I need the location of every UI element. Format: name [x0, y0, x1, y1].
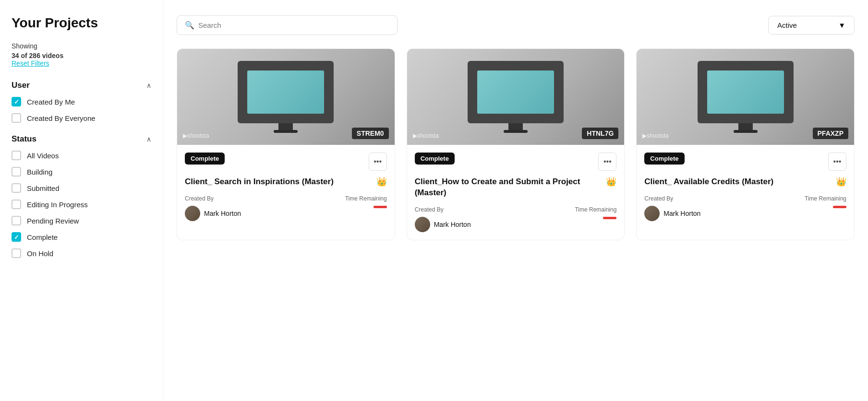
- card-title-0: Client_ Search in Inspirations (Master): [185, 177, 334, 188]
- time-remaining-label-0: Time Remaining: [345, 195, 387, 202]
- label-created-by-everyone: Created By Everyone: [27, 114, 96, 122]
- crown-icon-2: 👑: [836, 177, 846, 187]
- status-filter-building[interactable]: Building: [12, 167, 151, 177]
- status-badge-0: Complete: [185, 153, 225, 165]
- status-filter-on-hold[interactable]: On Hold: [12, 248, 151, 258]
- label-pending-review: Pending Review: [27, 217, 79, 225]
- status-filter-submitted[interactable]: Submitted: [12, 183, 151, 193]
- created-by-label-1: Created By: [415, 206, 471, 213]
- card-thumbnail-2: ▶shootsta PFAXZP: [637, 49, 854, 145]
- label-all-videos: All Videos: [27, 152, 59, 160]
- status-filter-section: Status ∧ All Videos Building Submitted E…: [12, 134, 151, 258]
- main-content: 🔍 Active ▼: [163, 0, 868, 401]
- checkbox-all-videos[interactable]: [12, 151, 21, 160]
- created-by-label-0: Created By: [185, 195, 241, 202]
- label-complete: Complete: [27, 233, 58, 241]
- card-title-1: Client_How to Create and Submit a Projec…: [415, 177, 603, 199]
- card-code-1: HTNL7G: [582, 128, 618, 139]
- status-section-title: Status: [12, 134, 36, 144]
- created-by-label-2: Created By: [644, 195, 700, 202]
- user-section-chevron[interactable]: ∧: [146, 82, 151, 89]
- more-options-button-1[interactable]: •••: [598, 153, 616, 171]
- checkbox-building[interactable]: [12, 167, 21, 177]
- more-options-button-0[interactable]: •••: [369, 153, 387, 171]
- avatar-1: [415, 217, 430, 232]
- project-card-1: ▶shootsta HTNL7G Complete ••• Client_How…: [407, 48, 625, 240]
- checkbox-editing-in-progress[interactable]: [12, 200, 21, 209]
- page-title: Your Projects: [12, 15, 151, 31]
- status-section-chevron[interactable]: ∧: [146, 135, 151, 143]
- checkbox-pending-review[interactable]: [12, 216, 21, 225]
- status-dropdown[interactable]: Active ▼: [768, 16, 855, 35]
- showing-info: Showing 34 of 286 videos: [12, 42, 151, 59]
- creator-name-1: Mark Horton: [434, 221, 471, 228]
- card-code-2: PFAXZP: [813, 128, 848, 139]
- checkbox-complete[interactable]: [12, 232, 21, 242]
- status-dropdown-value: Active: [777, 21, 797, 29]
- time-remaining-bar-1: [603, 217, 616, 219]
- avatar-0: [185, 206, 200, 221]
- project-card-0: ▶shootsta STREM0 Complete ••• Client_ Se…: [177, 48, 395, 240]
- status-filter-editing[interactable]: Editing In Progress: [12, 200, 151, 209]
- time-remaining-bar-0: [374, 206, 387, 208]
- user-filter-created-by-me[interactable]: Created By Me: [12, 97, 151, 106]
- brand-logo-2: ▶shootsta: [642, 132, 668, 139]
- label-building: Building: [27, 168, 52, 176]
- search-icon: 🔍: [185, 21, 194, 30]
- user-section-title: User: [12, 81, 30, 90]
- project-card-2: ▶shootsta PFAXZP Complete ••• Client_ Av…: [636, 48, 855, 240]
- checkbox-on-hold[interactable]: [12, 248, 21, 258]
- search-box[interactable]: 🔍: [177, 15, 398, 35]
- user-filter-created-by-everyone[interactable]: Created By Everyone: [12, 113, 151, 123]
- card-thumbnail-1: ▶shootsta HTNL7G: [407, 49, 625, 145]
- status-filter-complete[interactable]: Complete: [12, 232, 151, 242]
- user-filter-section: User ∧ Created By Me Created By Everyone: [12, 81, 151, 123]
- checkbox-created-by-everyone[interactable]: [12, 113, 21, 123]
- sidebar: Your Projects Showing 34 of 286 videos R…: [0, 0, 163, 401]
- brand-logo-0: ▶shootsta: [183, 132, 209, 139]
- creator-name-2: Mark Horton: [663, 210, 700, 217]
- status-badge-2: Complete: [644, 153, 684, 165]
- label-editing-in-progress: Editing In Progress: [27, 200, 88, 209]
- status-filter-all-videos[interactable]: All Videos: [12, 151, 151, 160]
- search-input[interactable]: [198, 21, 389, 29]
- brand-logo-1: ▶shootsta: [413, 132, 439, 139]
- card-code-0: STREM0: [352, 128, 389, 139]
- more-options-button-2[interactable]: •••: [828, 153, 846, 171]
- crown-icon-1: 👑: [606, 177, 616, 187]
- status-filter-pending-review[interactable]: Pending Review: [12, 216, 151, 225]
- time-remaining-bar-2: [833, 206, 846, 208]
- crown-icon-0: 👑: [376, 177, 387, 187]
- label-submitted: Submitted: [27, 184, 60, 192]
- creator-name-0: Mark Horton: [204, 210, 241, 217]
- time-remaining-label-2: Time Remaining: [805, 195, 846, 202]
- label-on-hold: On Hold: [27, 249, 53, 258]
- cards-grid: ▶shootsta STREM0 Complete ••• Client_ Se…: [177, 48, 855, 240]
- card-thumbnail-0: ▶shootsta STREM0: [177, 49, 395, 145]
- avatar-2: [644, 206, 660, 221]
- card-title-2: Client_ Available Credits (Master): [644, 177, 773, 188]
- toolbar: 🔍 Active ▼: [177, 15, 855, 35]
- time-remaining-label-1: Time Remaining: [575, 206, 616, 213]
- checkbox-created-by-me[interactable]: [12, 97, 21, 106]
- status-badge-1: Complete: [415, 153, 455, 165]
- chevron-down-icon: ▼: [838, 21, 845, 29]
- label-created-by-me: Created By Me: [27, 98, 75, 106]
- reset-filters-link[interactable]: Reset Filters: [12, 59, 151, 67]
- checkbox-submitted[interactable]: [12, 183, 21, 193]
